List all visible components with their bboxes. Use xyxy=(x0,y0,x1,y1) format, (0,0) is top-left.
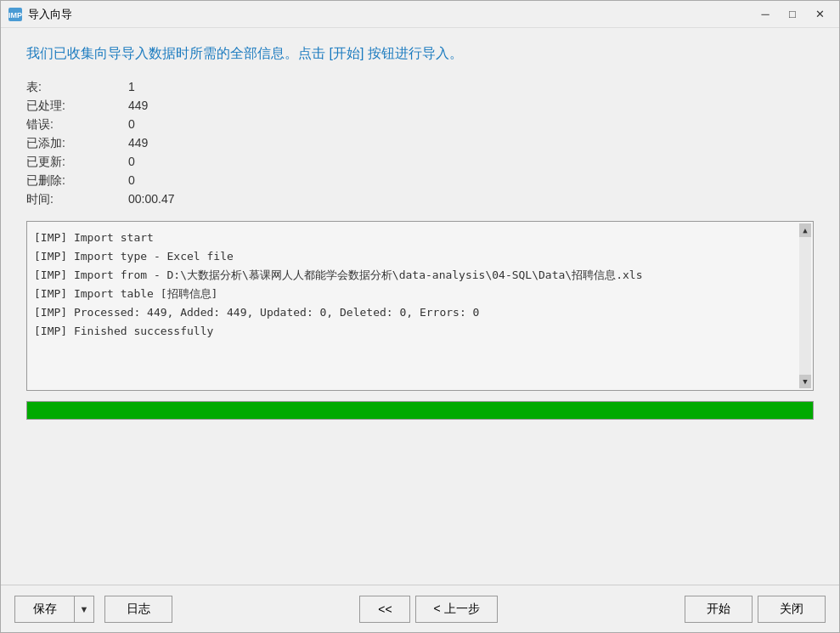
stat-label-deleted: 已删除: xyxy=(26,173,128,189)
log-line: [IMP] Finished successfully xyxy=(34,322,806,341)
stat-value-added: 449 xyxy=(128,136,298,151)
close-window-button[interactable]: ✕ xyxy=(807,5,832,24)
stats-grid: 表: 1 已处理: 449 错误: 0 已添加: 449 已更新: 0 已删除:… xyxy=(26,80,814,207)
start-button[interactable]: 开始 xyxy=(685,596,753,623)
log-line: [IMP] Import from - D:\大数据分析\慕课网人人都能学会数据… xyxy=(34,266,806,285)
main-content: 我们已收集向导导入数据时所需的全部信息。点击 [开始] 按钮进行导入。 表: 1… xyxy=(1,28,839,585)
nav-back-button[interactable]: < 上一步 xyxy=(415,596,497,623)
progress-bar xyxy=(27,402,813,419)
log-line: [IMP] Processed: 449, Added: 449, Update… xyxy=(34,303,806,322)
title-bar: IMP 导入向导 ─ □ ✕ xyxy=(1,1,839,28)
stat-label-time: 时间: xyxy=(26,192,128,207)
stat-value-processed: 449 xyxy=(128,99,298,114)
scroll-down-arrow[interactable]: ▼ xyxy=(799,375,811,388)
minimize-button[interactable]: ─ xyxy=(753,5,778,24)
footer-left: 保存 ▼ 日志 xyxy=(14,596,172,623)
footer-right: 开始 关闭 xyxy=(685,596,826,623)
header-message: 我们已收集向导导入数据时所需的全部信息。点击 [开始] 按钮进行导入。 xyxy=(26,45,814,63)
save-button[interactable]: 保存 xyxy=(14,596,74,623)
scrollbar[interactable]: ▲ ▼ xyxy=(799,223,811,388)
nav-back2-button[interactable]: << xyxy=(359,596,410,623)
import-wizard-window: IMP 导入向导 ─ □ ✕ 我们已收集向导导入数据时所需的全部信息。点击 [开… xyxy=(0,0,840,633)
close-button[interactable]: 关闭 xyxy=(758,596,826,623)
stat-label-processed: 已处理: xyxy=(26,99,128,114)
log-line: [IMP] Import start xyxy=(34,229,806,247)
window-title: 导入向导 xyxy=(28,7,753,22)
save-dropdown-button[interactable]: ▼ xyxy=(74,596,94,623)
nav-back-label: < 上一步 xyxy=(433,602,479,617)
app-icon: IMP xyxy=(8,7,23,22)
stat-value-updated: 0 xyxy=(128,155,298,170)
svg-text:IMP: IMP xyxy=(8,11,22,20)
maximize-button[interactable]: □ xyxy=(780,5,805,24)
stat-value-errors: 0 xyxy=(128,117,298,133)
scroll-up-arrow[interactable]: ▲ xyxy=(799,223,811,237)
log-area[interactable]: [IMP] Import start [IMP] Import type - E… xyxy=(26,221,814,391)
stat-value-time: 00:00.47 xyxy=(128,192,298,207)
stat-value-deleted: 0 xyxy=(128,173,298,189)
log-wrapper: [IMP] Import start [IMP] Import type - E… xyxy=(26,221,814,391)
stat-value-table: 1 xyxy=(128,80,298,95)
window-controls: ─ □ ✕ xyxy=(753,5,832,24)
progress-container xyxy=(26,401,814,420)
stat-label-errors: 错误: xyxy=(26,117,128,133)
log-line: [IMP] Import table [招聘信息] xyxy=(34,285,806,303)
stat-label-updated: 已更新: xyxy=(26,155,128,170)
stat-label-added: 已添加: xyxy=(26,136,128,151)
log-line: [IMP] Import type - Excel file xyxy=(34,247,806,266)
log-button[interactable]: 日志 xyxy=(104,596,172,623)
scroll-track xyxy=(799,237,811,375)
stat-label-table: 表: xyxy=(26,80,128,95)
footer: 保存 ▼ 日志 << < 上一步 开始 关闭 xyxy=(1,585,839,632)
footer-center: << < 上一步 xyxy=(172,596,685,623)
